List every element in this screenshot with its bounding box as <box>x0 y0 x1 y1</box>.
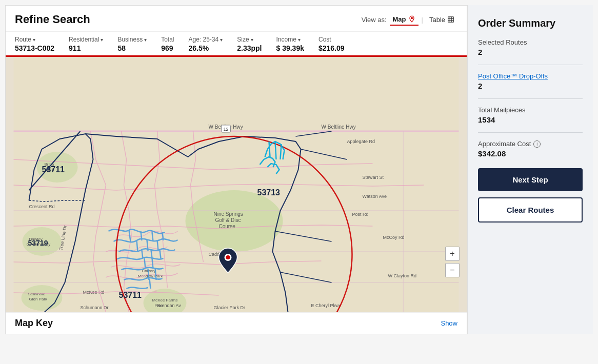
svg-text:McKee Farms: McKee Farms <box>152 298 178 302</box>
svg-text:E Cheryl Pkwy: E Cheryl Pkwy <box>311 303 342 308</box>
svg-text:12: 12 <box>224 127 229 132</box>
order-summary-title: Order Summary <box>478 17 583 29</box>
svg-text:Seminole: Seminole <box>28 292 46 296</box>
cost-label: Approximate Cost i <box>478 140 583 148</box>
selected-routes-value: 2 <box>478 48 583 56</box>
svg-text:53719: 53719 <box>28 239 48 247</box>
view-table-button[interactable]: Table <box>426 14 457 25</box>
svg-text:53713: 53713 <box>257 188 281 197</box>
filter-residential[interactable]: Residential ▾ 911 <box>69 36 103 52</box>
map-container[interactable]: Nine Springs Golf & Disc Course Britta P… <box>6 57 467 312</box>
dropoffs-section: Post Office™ Drop-Offs 2 <box>478 72 583 90</box>
mailpieces-value: 1534 <box>478 115 583 124</box>
table-icon <box>447 16 454 23</box>
mailpieces-section: Total Mailpieces 1534 <box>478 106 583 124</box>
selected-routes-section: Selected Routes 2 <box>478 38 583 56</box>
map-key-show-link[interactable]: Show <box>441 319 457 327</box>
svg-text:Brendan Av: Brendan Av <box>157 303 182 308</box>
divider-3 <box>478 132 583 133</box>
view-as-label: View as: <box>362 16 387 24</box>
filters-row: Route ▾ 53713-C002 Residential ▾ 911 Bus… <box>6 32 467 57</box>
zoom-out-button[interactable]: − <box>445 263 460 277</box>
clear-routes-button[interactable]: Clear Routes <box>478 197 583 223</box>
svg-text:McCoy Rd: McCoy Rd <box>383 235 405 240</box>
svg-text:Applegate Rd: Applegate Rd <box>347 139 375 144</box>
header-bar: Refine Search View as: Map | Table <box>6 6 467 32</box>
svg-text:Watson Ave: Watson Ave <box>363 194 387 199</box>
divider-2 <box>478 98 583 99</box>
dropoffs-value: 2 <box>478 82 583 90</box>
zoom-in-button[interactable]: + <box>445 247 460 261</box>
mailpieces-label: Total Mailpieces <box>478 106 583 114</box>
svg-text:Glacier Park Dr: Glacier Park Dr <box>214 305 246 310</box>
filter-age[interactable]: Age: 25-34 ▾ 26.5% <box>189 36 223 52</box>
svg-rect-1 <box>448 17 454 23</box>
next-step-button[interactable]: Next Step <box>478 168 583 191</box>
svg-text:Nine Springs: Nine Springs <box>214 211 243 217</box>
svg-text:Golf & Disc: Golf & Disc <box>215 217 241 223</box>
svg-point-77 <box>226 255 230 259</box>
cost-section: Approximate Cost i $342.08 <box>478 140 583 158</box>
svg-point-0 <box>411 17 412 19</box>
cost-value: $342.08 <box>478 149 583 158</box>
filter-income[interactable]: Income ▾ $ 39.39k <box>276 36 304 52</box>
main-panel: Refine Search View as: Map | Table <box>5 5 467 334</box>
svg-text:Crescent Rd: Crescent Rd <box>29 204 55 209</box>
view-map-button[interactable]: Map <box>390 14 418 26</box>
map-svg: Nine Springs Golf & Disc Course Britta P… <box>6 57 467 312</box>
page-title: Refine Search <box>15 13 90 26</box>
filter-route[interactable]: Route ▾ 53713-C002 <box>15 36 54 52</box>
dropoffs-link[interactable]: Post Office™ Drop-Offs <box>478 72 583 80</box>
map-key-title: Map Key <box>15 318 53 329</box>
order-summary-panel: Order Summary Selected Routes 2 Post Off… <box>467 5 593 334</box>
filter-size[interactable]: Size ▾ 2.33ppl <box>237 36 262 52</box>
svg-text:53711: 53711 <box>119 291 142 299</box>
filter-business[interactable]: Business ▾ 58 <box>117 36 147 52</box>
map-icon <box>408 15 415 23</box>
svg-text:Stewart St: Stewart St <box>363 175 384 180</box>
map-key-bar: Map Key Show <box>6 312 467 334</box>
divider-1 <box>478 65 583 65</box>
svg-text:Post Rd: Post Rd <box>352 212 369 217</box>
view-toggle: View as: Map | Table <box>362 14 457 26</box>
svg-text:W Clayton Rd: W Clayton Rd <box>388 273 417 278</box>
selected-routes-label: Selected Routes <box>478 38 583 46</box>
info-icon[interactable]: i <box>533 140 541 148</box>
svg-text:Glen Park: Glen Park <box>29 297 48 301</box>
svg-text:53711: 53711 <box>42 165 65 174</box>
svg-text:W Beltline Hwy: W Beltline Hwy <box>322 124 356 130</box>
filter-total: Total 969 <box>161 36 174 52</box>
filter-cost: Cost $216.09 <box>318 36 345 52</box>
